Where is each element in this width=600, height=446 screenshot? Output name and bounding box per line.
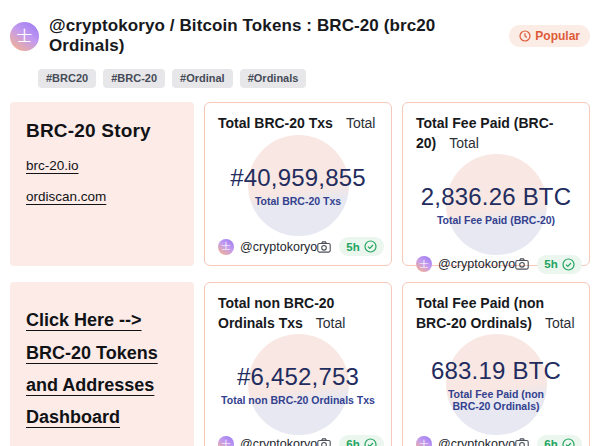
check-circle-icon xyxy=(364,438,377,446)
tag-list: #BRC20 #BRC-20 #Ordinal #Ordinals xyxy=(38,69,590,88)
popular-badge: Popular xyxy=(509,25,590,47)
author-link[interactable]: @cryptokoryo xyxy=(438,437,515,446)
tag-ordinals[interactable]: #Ordinals xyxy=(240,69,307,88)
age-label: 5h xyxy=(544,258,557,270)
check-circle-icon xyxy=(562,258,575,271)
avatar-glyph-icon: 士 xyxy=(420,438,429,446)
screenshot-camera-icon[interactable] xyxy=(317,241,331,253)
counter-card-total-brc20-txs: Total BRC-20 TxsTotal #40,959,855 Total … xyxy=(204,102,392,266)
tag-brc20[interactable]: #BRC20 xyxy=(38,69,96,88)
counter-title: Total non BRC-20 Ordinals TxsTotal xyxy=(218,294,378,334)
counter-title: Total BRC-20 TxsTotal xyxy=(218,114,378,134)
counter-caption: Total BRC-20 Txs xyxy=(255,195,341,207)
avatar-glyph-icon: 士 xyxy=(420,258,429,271)
avatar-glyph-icon: 士 xyxy=(222,240,231,253)
counter-caption: Total non BRC-20 Ordinals Txs xyxy=(221,394,375,406)
screenshot-camera-icon[interactable] xyxy=(515,438,529,446)
counter-value: 2,836.26 BTC xyxy=(421,183,572,211)
widget-grid: BRC-20 Story brc-20.io ordiscan.com Tota… xyxy=(10,102,590,446)
freshness-badge[interactable]: 5h xyxy=(339,237,383,256)
counter-footer: 士 @cryptokoryo 6h xyxy=(416,435,576,446)
age-label: 6h xyxy=(544,438,557,446)
counter-caption: Total Fee Paid (non BRC-20 Ordinals) xyxy=(446,388,547,412)
counter-circle: #40,959,855 Total BRC-20 Txs xyxy=(248,135,349,236)
author-link[interactable]: @cryptokoryo xyxy=(438,257,515,271)
counter-value: 683.19 BTC xyxy=(431,357,561,385)
dashboard-avatar[interactable]: 士 xyxy=(10,22,39,51)
popular-label: Popular xyxy=(535,29,580,43)
counter-card-total-fee-non-brc20: Total Fee Paid (non BRC-20 Ordinals)Tota… xyxy=(402,282,590,446)
page-title: @cryptokoryo / Bitcoin Tokens : BRC-20 (… xyxy=(49,16,499,56)
tag-brc-20[interactable]: #BRC-20 xyxy=(103,69,165,88)
check-circle-icon xyxy=(364,240,377,253)
age-label: 6h xyxy=(346,438,359,446)
author-avatar[interactable]: 士 xyxy=(416,256,432,272)
freshness-badge[interactable]: 5h xyxy=(537,255,581,274)
dashboard-link-card: Click Here --> BRC-20 Tokens and Address… xyxy=(10,282,194,446)
author-link[interactable]: @cryptokoryo xyxy=(240,240,317,254)
link-ordiscan-com[interactable]: ordiscan.com xyxy=(26,189,106,204)
author-link[interactable]: @cryptokoryo xyxy=(240,437,317,446)
counter-value: #6,452,753 xyxy=(237,363,359,391)
check-circle-icon xyxy=(562,438,575,446)
counter-footer: 士 @cryptokoryo 6h xyxy=(218,435,378,446)
counter-footer: 士 @cryptokoryo 5h xyxy=(218,237,378,256)
avatar-glyph-icon: 士 xyxy=(17,27,32,46)
counter-title: Total Fee Paid (BRC-20)Total xyxy=(416,114,576,154)
counter-card-total-non-brc20-txs: Total non BRC-20 Ordinals TxsTotal #6,45… xyxy=(204,282,392,446)
screenshot-camera-icon[interactable] xyxy=(317,438,331,446)
story-card-title: BRC-20 Story xyxy=(26,120,178,142)
screenshot-camera-icon[interactable] xyxy=(515,258,529,270)
author-avatar[interactable]: 士 xyxy=(416,436,432,446)
counter-title: Total Fee Paid (non BRC-20 Ordinals)Tota… xyxy=(416,294,576,334)
dashboard-link[interactable]: Click Here --> BRC-20 Tokens and Address… xyxy=(26,310,158,427)
freshness-badge[interactable]: 6h xyxy=(339,435,383,446)
author-avatar[interactable]: 士 xyxy=(218,436,234,446)
counter-card-total-fee-brc20: Total Fee Paid (BRC-20)Total 2,836.26 BT… xyxy=(402,102,590,266)
counter-caption: Total Fee Paid (BRC-20) xyxy=(437,214,555,226)
counter-circle: 2,836.26 BTC Total Fee Paid (BRC-20) xyxy=(446,154,547,255)
dashboard-header: 士 @cryptokoryo / Bitcoin Tokens : BRC-20… xyxy=(0,0,600,56)
counter-value: #40,959,855 xyxy=(230,164,366,192)
counter-circle: #6,452,753 Total non BRC-20 Ordinals Txs xyxy=(248,334,349,435)
freshness-badge[interactable]: 6h xyxy=(537,435,581,446)
link-brc-20-io[interactable]: brc-20.io xyxy=(26,158,79,173)
counter-footer: 士 @cryptokoryo 5h xyxy=(416,255,576,274)
age-label: 5h xyxy=(346,241,359,253)
tag-ordinal[interactable]: #Ordinal xyxy=(172,69,233,88)
clock-icon xyxy=(519,30,531,42)
author-avatar[interactable]: 士 xyxy=(218,239,234,255)
avatar-glyph-icon: 士 xyxy=(222,438,231,446)
story-card: BRC-20 Story brc-20.io ordiscan.com xyxy=(10,102,194,266)
counter-circle: 683.19 BTC Total Fee Paid (non BRC-20 Or… xyxy=(446,334,547,435)
